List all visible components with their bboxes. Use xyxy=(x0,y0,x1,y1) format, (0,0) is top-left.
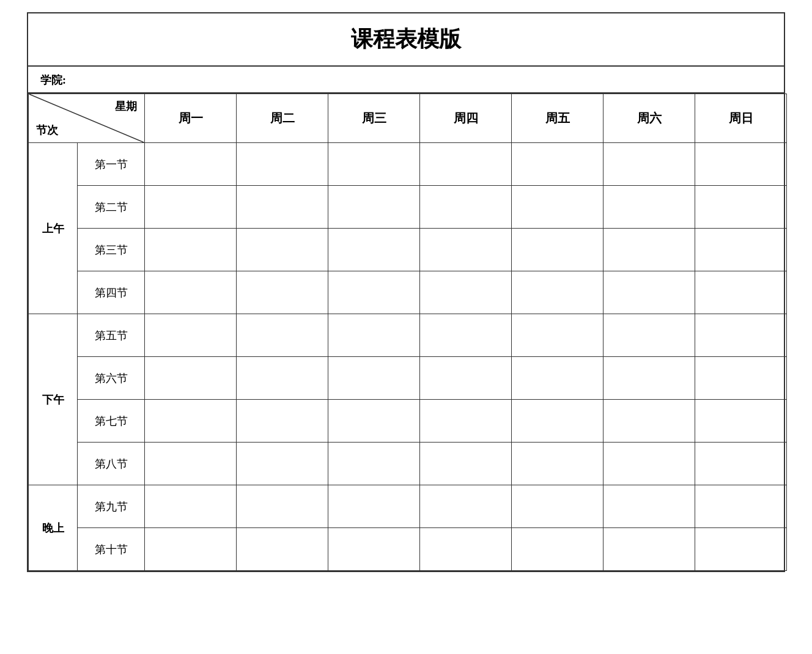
data-cell[interactable] xyxy=(145,485,237,528)
data-cell[interactable] xyxy=(420,400,512,443)
data-cell[interactable] xyxy=(237,485,328,528)
data-cell[interactable] xyxy=(695,314,787,357)
day-header-fri: 周五 xyxy=(512,94,603,143)
data-cell[interactable] xyxy=(512,400,603,443)
header-row: 星期 节次 周一 周二 周三 周四 周五 周六 周日 xyxy=(29,94,787,143)
data-cell[interactable] xyxy=(237,143,328,186)
data-cell[interactable] xyxy=(145,271,237,314)
day-header-thu: 周四 xyxy=(420,94,512,143)
data-cell[interactable] xyxy=(237,314,328,357)
data-cell[interactable] xyxy=(420,143,512,186)
data-cell[interactable] xyxy=(420,528,512,571)
data-cell[interactable] xyxy=(328,229,420,271)
data-cell[interactable] xyxy=(328,314,420,357)
data-cell[interactable] xyxy=(512,528,603,571)
data-cell[interactable] xyxy=(695,528,787,571)
data-cell[interactable] xyxy=(603,143,695,186)
data-cell[interactable] xyxy=(603,485,695,528)
data-cell[interactable] xyxy=(145,357,237,400)
data-cell[interactable] xyxy=(237,443,328,485)
data-cell[interactable] xyxy=(512,357,603,400)
data-cell[interactable] xyxy=(512,143,603,186)
data-cell[interactable] xyxy=(603,443,695,485)
data-cell[interactable] xyxy=(603,528,695,571)
data-cell[interactable] xyxy=(420,314,512,357)
data-cell[interactable] xyxy=(145,143,237,186)
data-cell[interactable] xyxy=(328,357,420,400)
data-cell[interactable] xyxy=(695,143,787,186)
period-3-label: 第三节 xyxy=(78,229,145,271)
data-cell[interactable] xyxy=(695,443,787,485)
day-header-sat: 周六 xyxy=(603,94,695,143)
data-cell[interactable] xyxy=(328,485,420,528)
data-cell[interactable] xyxy=(603,229,695,271)
morning-group-label: 上午 xyxy=(29,143,78,314)
table-row: 晚上 第九节 xyxy=(29,485,787,528)
data-cell[interactable] xyxy=(695,400,787,443)
schedule-title: 课程表模版 xyxy=(28,13,784,67)
data-cell[interactable] xyxy=(420,443,512,485)
schedule-table: 星期 节次 周一 周二 周三 周四 周五 周六 周日 上午 第一节 xyxy=(28,94,787,571)
data-cell[interactable] xyxy=(145,186,237,229)
period-4-label: 第四节 xyxy=(78,271,145,314)
data-cell[interactable] xyxy=(512,485,603,528)
data-cell[interactable] xyxy=(420,271,512,314)
period-8-label: 第八节 xyxy=(78,443,145,485)
data-cell[interactable] xyxy=(420,229,512,271)
period-5-label: 第五节 xyxy=(78,314,145,357)
corner-weekday-label: 星期 xyxy=(115,99,137,114)
table-row: 第六节 xyxy=(29,357,787,400)
table-row: 第十节 xyxy=(29,528,787,571)
data-cell[interactable] xyxy=(603,314,695,357)
table-row: 上午 第一节 xyxy=(29,143,787,186)
data-cell[interactable] xyxy=(603,271,695,314)
data-cell[interactable] xyxy=(512,443,603,485)
data-cell[interactable] xyxy=(695,186,787,229)
academy-row: 学院: xyxy=(28,67,784,94)
data-cell[interactable] xyxy=(145,443,237,485)
schedule-wrapper: 课程表模版 学院: 星期 节次 xyxy=(27,12,785,572)
data-cell[interactable] xyxy=(512,314,603,357)
corner-period-label: 节次 xyxy=(36,123,58,138)
data-cell[interactable] xyxy=(328,443,420,485)
data-cell[interactable] xyxy=(328,186,420,229)
data-cell[interactable] xyxy=(237,271,328,314)
period-2-label: 第二节 xyxy=(78,186,145,229)
data-cell[interactable] xyxy=(145,229,237,271)
data-cell[interactable] xyxy=(237,186,328,229)
data-cell[interactable] xyxy=(695,485,787,528)
data-cell[interactable] xyxy=(695,229,787,271)
schedule-body: 上午 第一节 第二节 xyxy=(29,143,787,571)
data-cell[interactable] xyxy=(237,357,328,400)
table-row: 第四节 xyxy=(29,271,787,314)
data-cell[interactable] xyxy=(328,400,420,443)
data-cell[interactable] xyxy=(512,229,603,271)
data-cell[interactable] xyxy=(420,186,512,229)
data-cell[interactable] xyxy=(237,229,328,271)
data-cell[interactable] xyxy=(695,357,787,400)
data-cell[interactable] xyxy=(603,400,695,443)
day-header-tue: 周二 xyxy=(237,94,328,143)
data-cell[interactable] xyxy=(420,357,512,400)
academy-label: 学院: xyxy=(40,74,66,86)
data-cell[interactable] xyxy=(328,528,420,571)
evening-group-label: 晚上 xyxy=(29,485,78,571)
data-cell[interactable] xyxy=(512,186,603,229)
data-cell[interactable] xyxy=(328,143,420,186)
day-header-wed: 周三 xyxy=(328,94,420,143)
day-header-mon: 周一 xyxy=(145,94,237,143)
data-cell[interactable] xyxy=(695,271,787,314)
period-7-label: 第七节 xyxy=(78,400,145,443)
data-cell[interactable] xyxy=(237,400,328,443)
data-cell[interactable] xyxy=(328,271,420,314)
data-cell[interactable] xyxy=(603,186,695,229)
data-cell[interactable] xyxy=(512,271,603,314)
corner-cell: 星期 节次 xyxy=(29,94,145,143)
data-cell[interactable] xyxy=(145,528,237,571)
data-cell[interactable] xyxy=(237,528,328,571)
data-cell[interactable] xyxy=(145,314,237,357)
afternoon-group-label: 下午 xyxy=(29,314,78,485)
data-cell[interactable] xyxy=(145,400,237,443)
data-cell[interactable] xyxy=(603,357,695,400)
data-cell[interactable] xyxy=(420,485,512,528)
